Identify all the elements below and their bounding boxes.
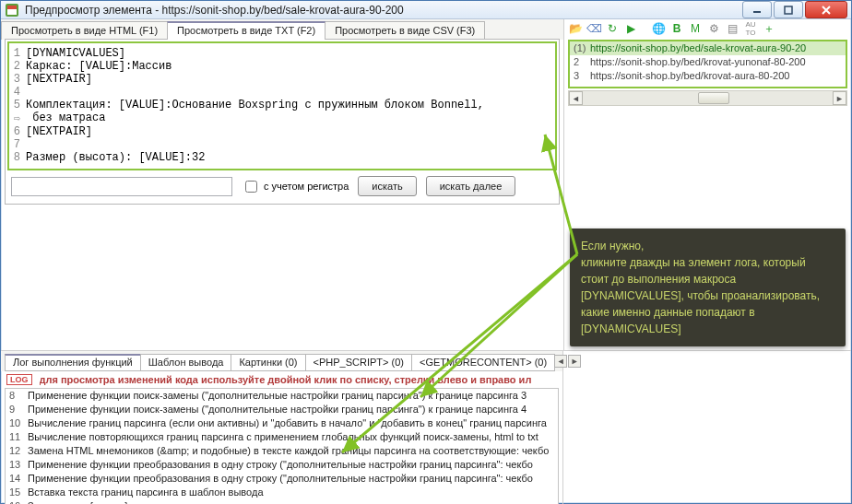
code-text: Комплектация: [VALUE]:Основание Boxsprin… [26,99,484,111]
log-text: Вычисление границ парсинга (если они акт… [28,416,547,430]
tab-txt[interactable]: Просмотреть в виде TXT (F2) [167,21,325,40]
url-row[interactable]: 3 https://sonit-shop.by/bed/krovat-aura-… [570,69,846,83]
code-text: [NEXTPAIR] [26,73,92,86]
url-text: https://sonit-shop.by/bed/sale-krovat-au… [590,41,806,55]
scroll-track[interactable] [583,91,833,105]
log-row[interactable]: 13Применение функции преобразования в од… [6,458,558,472]
search-input[interactable] [11,177,232,196]
log-text: Применение функции преобразования в одну… [28,458,533,472]
minimize-button[interactable] [742,1,772,18]
log-row[interactable]: 11Вычисление повторяющихся границ парсин… [6,430,558,444]
gutter: 8 [11,151,26,164]
preview-tabs: Просмотреть в виде HTML (F1) Просмотреть… [1,19,563,40]
tab-csv[interactable]: Просмотреть в виде CSV (F3) [325,21,485,40]
scroll-left-icon[interactable]: ◄ [569,91,583,105]
log-row[interactable]: 10Вычисление границ парсинга (если они а… [6,416,558,430]
delete-icon[interactable]: ⌫ [586,21,601,36]
globe-icon[interactable]: 🌐 [651,21,666,36]
log-index: 9 [9,403,28,416]
log-text: Применение функции поиск-замены ("дополн… [28,403,527,416]
log-index: 10 [9,416,28,430]
close-button[interactable] [805,1,847,18]
url-index: 2 [574,55,590,69]
log-row[interactable]: 15Вставка текста границ парсинга в шабло… [6,486,558,499]
url-list[interactable]: (1) https://sonit-shop.by/bed/sale-krova… [568,40,847,88]
case-checkbox[interactable]: с учетом регистра [242,178,349,195]
scroll-right-icon[interactable]: ► [833,91,846,105]
hint-text: Если нужно, кликните дважды на элемент л… [581,240,820,335]
log-index: 16 [9,499,28,504]
log-index: 11 [9,430,28,444]
bold-icon[interactable]: B [669,21,684,36]
log-row[interactable]: 12Замена HTML мнемоников (&amp; и подобн… [6,444,558,458]
app-icon [5,3,19,18]
log-text: Вставка текста границ парсинга в шаблон … [28,486,264,499]
code-text: Каркас: [VALUE]:Массив [26,60,172,73]
upper-split: Просмотреть в виде HTML (F1) Просмотреть… [1,19,851,351]
scroll-thumb[interactable] [698,92,729,104]
log-index: 15 [9,486,28,499]
case-checkbox-label: с учетом регистра [264,181,349,192]
gutter: 5 [11,99,26,111]
svg-rect-2 [7,6,17,9]
log-hint-text: для просмотра изменений кода используйте… [40,374,532,385]
tab-log[interactable]: Лог выполнения функций [5,354,141,371]
log-index: 8 [9,389,28,403]
log-list[interactable]: 8Применение функции поиск-замены ("допол… [5,388,559,504]
refresh-icon[interactable]: ↻ [605,21,620,36]
log-row[interactable]: 14Применение функции преобразования в од… [6,472,558,486]
window-title: Предпросмотр элемента - https://sonit-sh… [25,4,742,17]
tab-images[interactable]: Картинки (0) [231,354,305,371]
url-index: (1) [574,41,590,55]
code-box[interactable]: 1[DYNAMICVALUES] 2Каркас: [VALUE]:Массив… [7,41,557,170]
log-row[interactable]: 9Применение функции поиск-замены ("допол… [6,403,558,416]
app-window: Предпросмотр элемента - https://sonit-sh… [0,0,852,504]
log-tabs: Лог выполнения функций Шаблон вывода Кар… [1,351,562,371]
log-header: LOG для просмотра изменений кода использ… [1,371,562,388]
gutter: 4 [11,86,26,99]
lower-split: Лог выполнения функций Шаблон вывода Кар… [1,351,851,504]
window-controls [742,1,847,18]
code-text: без матраса [26,111,105,125]
log-text: Применение функции преобразования в одну… [28,472,533,486]
find-button[interactable]: искать [358,176,416,196]
log-badge: LOG [6,374,32,385]
m-icon[interactable]: M [688,21,703,36]
auto-icon[interactable]: AUTO [743,21,758,36]
code-text: [NEXTPAIR] [26,125,92,138]
gutter: 1 [11,47,26,60]
log-text: Замена HTML мнемоников (&amp; и подобные… [28,444,549,458]
gutter: 7 [11,138,26,151]
right-toolbar: 📂 ⌫ ↻ ▶ 🌐 B M ⚙ ▤ AUTO ＋ [564,19,851,38]
maximize-button[interactable] [774,1,803,18]
find-next-button[interactable]: искать далее [426,176,516,196]
gear-icon[interactable]: ⚙ [706,21,721,36]
log-index: 13 [9,458,28,472]
search-bar: с учетом регистра искать искать далее [7,170,557,202]
url-row[interactable]: (1) https://sonit-shop.by/bed/sale-krova… [570,41,846,55]
folder-icon[interactable]: 📂 [568,21,583,36]
code-text: Размер (высота): [VALUE]:32 [26,151,205,164]
tab-html[interactable]: Просмотреть в виде HTML (F1) [1,21,168,40]
tab-getmore[interactable]: <GETMORECONTENT> (0) [411,354,555,371]
gutter: ⇨ [11,111,26,125]
log-text: Замена всех {csvsep} на ; [28,499,148,504]
log-row[interactable]: 8Применение функции поиск-замены ("допол… [6,389,558,403]
titlebar: Предпросмотр элемента - https://sonit-sh… [1,1,851,19]
log-row[interactable]: 16Замена всех {csvsep} на ; [6,499,558,504]
list-icon[interactable]: ▤ [725,21,740,36]
url-row[interactable]: 2 https://sonit-shop.by/bed/krovat-yunon… [570,55,846,69]
run-icon[interactable]: ▶ [623,21,638,36]
right-lower-empty [563,351,851,504]
url-hscrollbar[interactable]: ◄ ► [568,90,847,106]
plus-icon[interactable]: ＋ [762,21,776,36]
tab-template[interactable]: Шаблон вывода [140,354,232,371]
code-text: [DYNAMICVALUES] [26,47,125,60]
gutter: 2 [11,60,26,73]
preview-body: 1[DYNAMICVALUES] 2Каркас: [VALUE]:Массив… [5,39,560,205]
url-text: https://sonit-shop.by/bed/krovat-aura-80… [590,69,789,83]
tab-phpscript[interactable]: <PHP_SCRIPT> (0) [305,354,412,371]
url-index: 3 [574,69,590,83]
case-checkbox-box[interactable] [245,181,257,193]
log-index: 12 [9,444,28,458]
